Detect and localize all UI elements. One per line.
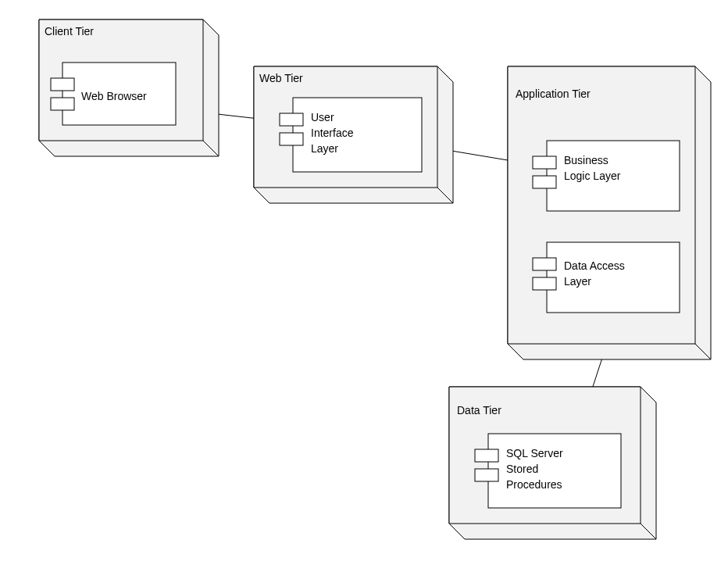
component-web-browser: Web Browser — [51, 63, 176, 125]
svg-rect-23 — [533, 277, 556, 290]
svg-rect-5 — [51, 78, 74, 91]
deployment-diagram: Client Tier Web Browser Web Tier User In… — [0, 0, 728, 572]
component-ui-layer-label-2: Interface — [311, 127, 354, 139]
component-bll-label-1: Business — [564, 154, 608, 166]
node-data-title: Data Tier — [457, 404, 501, 416]
node-application-tier: Application Tier Business Logic Layer Da… — [508, 66, 711, 359]
svg-rect-29 — [475, 449, 498, 462]
component-sql-sp: SQL Server Stored Procedures — [475, 434, 621, 508]
component-data-access: Data Access Layer — [533, 242, 680, 313]
node-client-tier: Client Tier Web Browser — [39, 20, 219, 156]
node-web-title: Web Tier — [259, 72, 303, 84]
node-client-title: Client Tier — [45, 25, 94, 38]
svg-rect-6 — [51, 98, 74, 110]
component-ui-layer-label-3: Layer — [311, 142, 338, 155]
node-web-tier: Web Tier User Interface Layer — [254, 66, 453, 203]
component-sql-label-2: Stored — [506, 463, 538, 475]
svg-rect-19 — [533, 156, 556, 169]
component-sql-label-1: SQL Server — [506, 447, 563, 459]
svg-rect-13 — [280, 133, 303, 145]
component-sql-label-3: Procedures — [506, 478, 562, 491]
component-web-browser-label: Web Browser — [81, 90, 147, 102]
svg-rect-12 — [280, 113, 303, 126]
component-dal-label-2: Layer — [564, 275, 591, 288]
node-data-tier: Data Tier SQL Server Stored Procedures — [449, 387, 656, 539]
component-ui-layer-label-1: User — [311, 111, 334, 123]
node-application-title: Application Tier — [516, 88, 591, 100]
svg-rect-20 — [533, 176, 556, 188]
svg-rect-22 — [533, 258, 556, 270]
component-ui-layer: User Interface Layer — [280, 98, 422, 172]
svg-rect-30 — [475, 469, 498, 481]
component-business-logic: Business Logic Layer — [533, 141, 680, 211]
component-dal-label-1: Data Access — [564, 259, 625, 272]
component-bll-label-2: Logic Layer — [564, 170, 621, 182]
